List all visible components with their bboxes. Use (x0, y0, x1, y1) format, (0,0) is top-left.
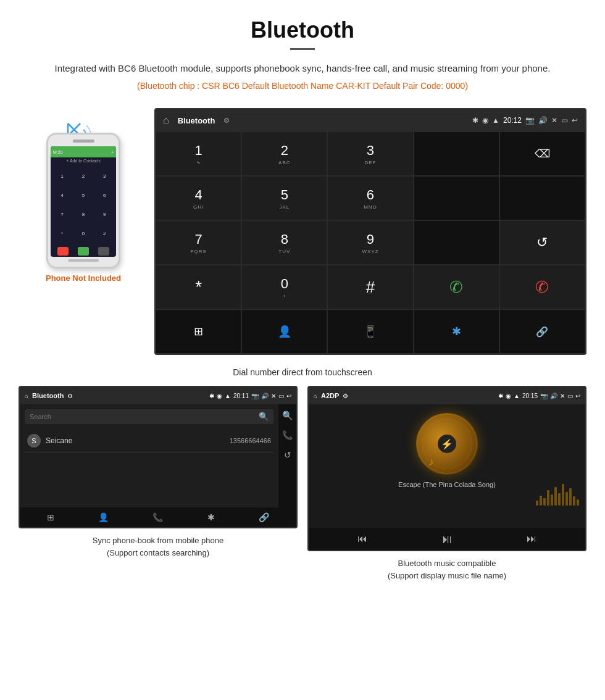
pb-home-icon: ⌂ (25, 393, 28, 399)
top-section: M:20 + + Add to Contacts 123 456 789 *0# (0, 108, 605, 355)
dial-key-5[interactable]: 5JKL (241, 176, 327, 220)
phonebook-search-box[interactable]: Search (25, 409, 273, 424)
title-divider (290, 48, 315, 50)
dial-key-2[interactable]: 2ABC (241, 131, 327, 176)
music-camera-icon: 📷 (540, 393, 548, 399)
music-note-icon: ♪ (428, 456, 434, 469)
topbar-left: ⌂ Bluetooth ⚙ (163, 115, 230, 126)
next-track-icon[interactable]: ⏭ (527, 533, 536, 544)
phone-screen: M:20 + + Add to Contacts 123 456 789 *0# (51, 146, 116, 257)
dial-caption: Dial number direct from touchscreen (0, 361, 605, 386)
call-btn[interactable]: ✆ (414, 265, 499, 309)
phone-btn[interactable]: 📱 (327, 309, 413, 354)
bt-btn[interactable]: ✱ (414, 309, 499, 354)
topbar-right: ✱ ◉ ▲ 20:12 📷 🔊 ✕ ▭ ↩ (472, 116, 578, 125)
dial-screen: ⌂ Bluetooth ⚙ ✱ ◉ ▲ 20:12 📷 🔊 ✕ ▭ ↩ 1∿ 2… (154, 108, 586, 355)
music-signal-icon: ▲ (514, 393, 520, 399)
display-empty-3 (499, 176, 585, 220)
page-description: Integrated with BC6 Bluetooth module, su… (37, 61, 568, 76)
dial-key-6[interactable]: 6MNO (327, 176, 413, 220)
usb-icon: ⚙ (223, 117, 230, 125)
contact-row[interactable]: S Seicane 13566664466 (25, 429, 273, 453)
page-title: Bluetooth (37, 17, 568, 43)
pb-link-icon[interactable]: 🔗 (259, 512, 269, 522)
contact-letter: S (27, 434, 41, 448)
rect-icon: ▭ (561, 116, 568, 125)
play-pause-icon[interactable]: ⏯ (441, 532, 453, 546)
dialpad-grid-btn[interactable]: ⊞ (156, 309, 241, 354)
redial-btn[interactable]: ↺ (499, 220, 585, 265)
pb-x-icon: ✕ (271, 393, 276, 399)
phonebook-right-panel: 🔍 📞 ↺ (278, 404, 296, 507)
phonebook-screen: ⌂ Bluetooth ⚙ ✱ ◉ ▲ 20:11 📷 🔊 ✕ ▭ ↩ (19, 386, 298, 528)
back-icon: ↩ (572, 116, 578, 125)
music-topbar: ⌂ A2DP ⚙ ✱ ◉ ▲ 20:15 📷 🔊 ✕ ▭ ↩ (309, 387, 585, 404)
signal-icon: ▲ (492, 116, 499, 125)
home-icon: ⌂ (163, 115, 169, 126)
music-time: 20:15 (522, 393, 538, 399)
music-gps-icon: ◉ (506, 393, 511, 399)
phone-keypad: 123 456 789 *0# (51, 164, 116, 246)
hangup-btn[interactable]: ✆ (499, 265, 585, 309)
phonebook-body: Search 🔍 S Seicane 13566664466 🔍 📞 (20, 404, 296, 507)
refresh-side-icon[interactable]: ↺ (284, 450, 291, 460)
phonebook-topbar: ⌂ Bluetooth ⚙ ✱ ◉ ▲ 20:11 📷 🔊 ✕ ▭ ↩ (20, 387, 296, 404)
contact-name: Seicane (46, 436, 230, 445)
page-specs: (Bluetooth chip : CSR BC6 Default Blueto… (37, 81, 568, 91)
phone-not-included-label: Phone Not Included (46, 273, 121, 283)
dial-key-star[interactable]: * (156, 265, 241, 309)
x-icon: ✕ (551, 116, 557, 125)
dial-title: Bluetooth (178, 116, 215, 125)
contacts-btn[interactable]: 👤 (241, 309, 327, 354)
page-header: Bluetooth Integrated with BC6 Bluetooth … (0, 0, 605, 108)
pb-rect-icon: ▭ (278, 393, 284, 399)
music-home-icon: ⌂ (314, 393, 317, 399)
album-art: ⚡ ♪ (416, 413, 478, 475)
music-bt-icon: ✱ (498, 393, 503, 399)
phone-action-row (51, 246, 116, 257)
bottom-section: ⌂ Bluetooth ⚙ ✱ ◉ ▲ 20:11 📷 🔊 ✕ ▭ ↩ (0, 386, 605, 581)
song-title: Escape (The Pina Colada Song) (398, 481, 496, 488)
phone-speaker (73, 140, 94, 143)
empty-space (25, 453, 273, 502)
dial-key-4[interactable]: 4GHI (156, 176, 241, 220)
display-empty-2 (414, 176, 499, 220)
dial-topbar: ⌂ Bluetooth ⚙ ✱ ◉ ▲ 20:12 📷 🔊 ✕ ▭ ↩ (156, 109, 585, 131)
dial-key-3[interactable]: 3DEF (327, 131, 413, 176)
search-icon: 🔍 (259, 412, 269, 421)
search-side-icon[interactable]: 🔍 (282, 410, 293, 420)
display-empty-1 (414, 131, 499, 176)
phone-bottom-bar (68, 259, 99, 262)
dial-time: 20:12 (503, 116, 522, 125)
dial-key-9[interactable]: 9WXYZ (327, 220, 413, 265)
pb-title: Bluetooth (32, 392, 64, 399)
dial-key-8[interactable]: 8TUV (241, 220, 327, 265)
music-usb-icon: ⚙ (343, 393, 348, 399)
phone-body: M:20 + + Add to Contacts 123 456 789 *0# (46, 133, 120, 269)
backspace-btn[interactable]: ⌫ (499, 131, 585, 176)
display-empty-4 (414, 220, 499, 265)
search-placeholder: Search (30, 413, 51, 420)
volume-icon: 🔊 (538, 116, 548, 125)
dial-key-0[interactable]: 0+ (241, 265, 327, 309)
music-rect-icon: ▭ (567, 393, 573, 399)
music-title-label: A2DP (321, 392, 339, 399)
music-item: ⌂ A2DP ⚙ ✱ ◉ ▲ 20:15 📷 🔊 ✕ ▭ ↩ (307, 386, 586, 581)
dial-key-hash[interactable]: # (327, 265, 413, 309)
prev-track-icon[interactable]: ⏮ (357, 533, 367, 544)
dial-key-1[interactable]: 1∿ (156, 131, 241, 176)
svg-point-1 (417, 414, 477, 473)
pb-phone-icon[interactable]: 📞 (152, 512, 163, 522)
link-btn[interactable]: 🔗 (499, 309, 585, 354)
bt-status-icon: ✱ (472, 116, 478, 125)
dial-key-7[interactable]: 7PQRS (156, 220, 241, 265)
phonebook-bottom-bar: ⊞ 👤 📞 ✱ 🔗 (20, 507, 296, 527)
pb-camera-icon: 📷 (251, 393, 259, 399)
pb-person-icon[interactable]: 👤 (98, 512, 109, 522)
pb-bt-bottom-icon[interactable]: ✱ (207, 512, 215, 522)
gps-icon: ◉ (482, 116, 488, 125)
music-controls: ⏮ ⏯ ⏭ (309, 528, 585, 550)
call-side-icon[interactable]: 📞 (282, 430, 293, 440)
pb-grid-icon[interactable]: ⊞ (47, 512, 54, 522)
search-container: Search 🔍 (25, 409, 273, 424)
